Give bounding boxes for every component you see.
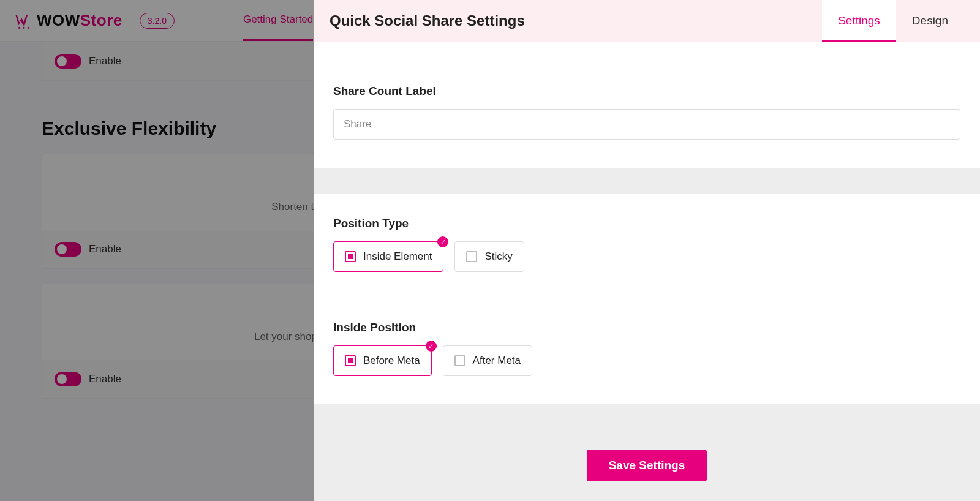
tab-design[interactable]: Design xyxy=(896,0,964,42)
position-type-options: Inside Element Sticky xyxy=(333,241,960,272)
panel-tabs: Settings Design xyxy=(822,0,964,42)
label-position-type: Position Type xyxy=(333,217,960,230)
panel-body[interactable]: Share Count Label Position Type Inside E… xyxy=(314,42,980,501)
panel-title: Quick Social Share Settings xyxy=(330,12,525,29)
panel-footer: Save Settings xyxy=(314,430,980,500)
settings-side-panel: Quick Social Share Settings Settings Des… xyxy=(314,0,980,501)
option-inside-element[interactable]: Inside Element xyxy=(333,241,443,272)
option-label: Inside Element xyxy=(363,250,432,263)
checkbox-icon xyxy=(345,251,356,262)
option-after-meta[interactable]: After Meta xyxy=(443,345,532,376)
panel-header: Quick Social Share Settings Settings Des… xyxy=(314,0,980,42)
label-share-count: Share Count Label xyxy=(333,85,960,98)
option-label: Before Meta xyxy=(363,355,420,367)
section-position: Position Type Inside Element Sticky Insi… xyxy=(314,194,980,404)
save-settings-button[interactable]: Save Settings xyxy=(587,450,707,481)
inside-position-options: Before Meta After Meta xyxy=(333,345,960,376)
tab-settings[interactable]: Settings xyxy=(822,0,896,42)
section-share-count: Share Count Label xyxy=(314,42,980,168)
option-label: Sticky xyxy=(484,250,512,263)
input-share-count-label[interactable] xyxy=(333,109,960,140)
option-label: After Meta xyxy=(473,355,521,367)
label-inside-position: Inside Position xyxy=(333,284,960,334)
option-before-meta[interactable]: Before Meta xyxy=(333,345,432,376)
checkbox-icon xyxy=(454,355,466,366)
checkbox-icon xyxy=(466,251,477,262)
checkbox-icon xyxy=(345,355,356,366)
option-sticky[interactable]: Sticky xyxy=(454,241,524,272)
